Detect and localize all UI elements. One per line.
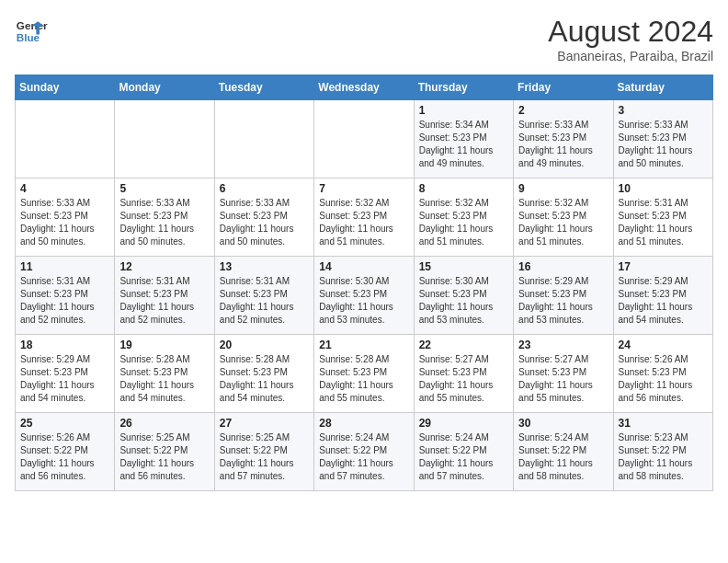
weekday-header-tuesday: Tuesday [214, 75, 313, 100]
day-number: 5 [119, 182, 209, 195]
calendar-cell: 29Sunrise: 5:24 AMSunset: 5:22 PMDayligh… [414, 413, 513, 491]
day-number: 10 [619, 182, 708, 195]
day-number: 19 [119, 339, 209, 351]
day-number: 7 [319, 182, 408, 195]
day-info: Sunrise: 5:32 AMSunset: 5:23 PMDaylight:… [518, 197, 608, 248]
page-header: General Blue August 2024 Bananeiras, Par… [15, 15, 713, 63]
calendar-cell [214, 100, 313, 178]
calendar-cell: 12Sunrise: 5:31 AMSunset: 5:23 PMDayligh… [115, 257, 214, 335]
calendar-cell: 10Sunrise: 5:31 AMSunset: 5:23 PMDayligh… [613, 178, 712, 257]
title-block: August 2024 Bananeiras, Paraiba, Brazil [548, 15, 713, 63]
day-info: Sunrise: 5:26 AMSunset: 5:23 PMDaylight:… [619, 353, 708, 405]
day-number: 16 [518, 260, 608, 273]
day-info: Sunrise: 5:29 AMSunset: 5:23 PMDaylight:… [518, 275, 608, 327]
day-number: 1 [419, 104, 508, 117]
calendar-cell: 14Sunrise: 5:30 AMSunset: 5:23 PMDayligh… [314, 257, 414, 335]
calendar-cell [314, 100, 414, 178]
calendar-cell: 24Sunrise: 5:26 AMSunset: 5:23 PMDayligh… [613, 335, 712, 413]
day-info: Sunrise: 5:28 AMSunset: 5:23 PMDaylight:… [319, 353, 408, 405]
day-info: Sunrise: 5:31 AMSunset: 5:23 PMDaylight:… [119, 275, 209, 327]
calendar-cell: 6Sunrise: 5:33 AMSunset: 5:23 PMDaylight… [214, 178, 313, 257]
calendar-cell: 20Sunrise: 5:28 AMSunset: 5:23 PMDayligh… [214, 335, 313, 413]
day-info: Sunrise: 5:24 AMSunset: 5:22 PMDaylight:… [419, 431, 508, 483]
day-number: 15 [419, 260, 508, 273]
day-info: Sunrise: 5:31 AMSunset: 5:23 PMDaylight:… [619, 197, 708, 248]
day-number: 24 [619, 339, 708, 351]
day-info: Sunrise: 5:28 AMSunset: 5:23 PMDaylight:… [220, 353, 309, 405]
day-number: 4 [20, 182, 109, 195]
day-info: Sunrise: 5:34 AMSunset: 5:23 PMDaylight:… [419, 119, 508, 170]
day-info: Sunrise: 5:25 AMSunset: 5:22 PMDaylight:… [220, 431, 309, 483]
day-info: Sunrise: 5:33 AMSunset: 5:23 PMDaylight:… [619, 119, 708, 170]
weekday-header-wednesday: Wednesday [314, 75, 414, 100]
day-number: 22 [419, 339, 508, 351]
week-row-2: 4Sunrise: 5:33 AMSunset: 5:23 PMDaylight… [16, 178, 713, 257]
weekday-header-sunday: Sunday [16, 75, 115, 100]
day-info: Sunrise: 5:24 AMSunset: 5:22 PMDaylight:… [319, 431, 408, 483]
day-number: 6 [220, 182, 309, 195]
weekday-header-monday: Monday [115, 75, 214, 100]
calendar-cell: 8Sunrise: 5:32 AMSunset: 5:23 PMDaylight… [414, 178, 513, 257]
calendar-cell: 23Sunrise: 5:27 AMSunset: 5:23 PMDayligh… [514, 335, 613, 413]
day-number: 20 [220, 339, 309, 351]
day-number: 3 [619, 104, 708, 117]
calendar-cell: 4Sunrise: 5:33 AMSunset: 5:23 PMDaylight… [16, 178, 115, 257]
day-info: Sunrise: 5:30 AMSunset: 5:23 PMDaylight:… [319, 275, 408, 327]
calendar-cell: 31Sunrise: 5:23 AMSunset: 5:22 PMDayligh… [613, 413, 712, 491]
day-info: Sunrise: 5:33 AMSunset: 5:23 PMDaylight:… [119, 197, 209, 248]
day-info: Sunrise: 5:31 AMSunset: 5:23 PMDaylight:… [20, 275, 109, 327]
day-number: 12 [119, 260, 209, 273]
week-row-3: 11Sunrise: 5:31 AMSunset: 5:23 PMDayligh… [16, 257, 713, 335]
calendar-cell: 28Sunrise: 5:24 AMSunset: 5:22 PMDayligh… [314, 413, 414, 491]
calendar-cell: 26Sunrise: 5:25 AMSunset: 5:22 PMDayligh… [115, 413, 214, 491]
day-info: Sunrise: 5:30 AMSunset: 5:23 PMDaylight:… [419, 275, 508, 327]
calendar-cell: 9Sunrise: 5:32 AMSunset: 5:23 PMDaylight… [514, 178, 613, 257]
day-number: 2 [518, 104, 608, 117]
calendar-cell [16, 100, 115, 178]
calendar-cell: 18Sunrise: 5:29 AMSunset: 5:23 PMDayligh… [16, 335, 115, 413]
calendar-cell: 7Sunrise: 5:32 AMSunset: 5:23 PMDaylight… [314, 178, 414, 257]
day-number: 17 [619, 260, 708, 273]
day-number: 21 [319, 339, 408, 351]
calendar-cell: 3Sunrise: 5:33 AMSunset: 5:23 PMDaylight… [613, 100, 712, 178]
month-year: August 2024 [548, 15, 713, 49]
calendar-cell: 13Sunrise: 5:31 AMSunset: 5:23 PMDayligh… [214, 257, 313, 335]
calendar-cell: 16Sunrise: 5:29 AMSunset: 5:23 PMDayligh… [514, 257, 613, 335]
day-info: Sunrise: 5:33 AMSunset: 5:23 PMDaylight:… [220, 197, 309, 248]
calendar-cell: 11Sunrise: 5:31 AMSunset: 5:23 PMDayligh… [16, 257, 115, 335]
day-info: Sunrise: 5:26 AMSunset: 5:22 PMDaylight:… [20, 431, 109, 483]
day-number: 30 [518, 417, 608, 430]
calendar-cell: 30Sunrise: 5:24 AMSunset: 5:22 PMDayligh… [514, 413, 613, 491]
logo-icon: General Blue [15, 15, 48, 48]
day-info: Sunrise: 5:32 AMSunset: 5:23 PMDaylight:… [319, 197, 408, 248]
weekday-header-friday: Friday [514, 75, 613, 100]
calendar-cell [115, 100, 214, 178]
calendar-cell: 1Sunrise: 5:34 AMSunset: 5:23 PMDaylight… [414, 100, 513, 178]
weekday-header-saturday: Saturday [613, 75, 712, 100]
calendar-table: SundayMondayTuesdayWednesdayThursdayFrid… [15, 75, 713, 491]
day-info: Sunrise: 5:25 AMSunset: 5:22 PMDaylight:… [119, 431, 209, 483]
day-info: Sunrise: 5:28 AMSunset: 5:23 PMDaylight:… [119, 353, 209, 405]
day-number: 9 [518, 182, 608, 195]
day-number: 8 [419, 182, 508, 195]
day-number: 18 [20, 339, 109, 351]
logo: General Blue [15, 15, 48, 48]
calendar-cell: 27Sunrise: 5:25 AMSunset: 5:22 PMDayligh… [214, 413, 313, 491]
calendar-cell: 22Sunrise: 5:27 AMSunset: 5:23 PMDayligh… [414, 335, 513, 413]
location: Bananeiras, Paraiba, Brazil [548, 49, 713, 63]
day-info: Sunrise: 5:32 AMSunset: 5:23 PMDaylight:… [419, 197, 508, 248]
week-row-1: 1Sunrise: 5:34 AMSunset: 5:23 PMDaylight… [16, 100, 713, 178]
day-number: 28 [319, 417, 408, 430]
calendar-cell: 19Sunrise: 5:28 AMSunset: 5:23 PMDayligh… [115, 335, 214, 413]
calendar-cell: 25Sunrise: 5:26 AMSunset: 5:22 PMDayligh… [16, 413, 115, 491]
calendar-cell: 17Sunrise: 5:29 AMSunset: 5:23 PMDayligh… [613, 257, 712, 335]
day-info: Sunrise: 5:27 AMSunset: 5:23 PMDaylight:… [419, 353, 508, 405]
day-number: 11 [20, 260, 109, 273]
day-number: 25 [20, 417, 109, 430]
day-info: Sunrise: 5:33 AMSunset: 5:23 PMDaylight:… [518, 119, 608, 170]
week-row-5: 25Sunrise: 5:26 AMSunset: 5:22 PMDayligh… [16, 413, 713, 491]
weekday-header-thursday: Thursday [414, 75, 513, 100]
week-row-4: 18Sunrise: 5:29 AMSunset: 5:23 PMDayligh… [16, 335, 713, 413]
day-number: 26 [119, 417, 209, 430]
day-number: 31 [619, 417, 708, 430]
